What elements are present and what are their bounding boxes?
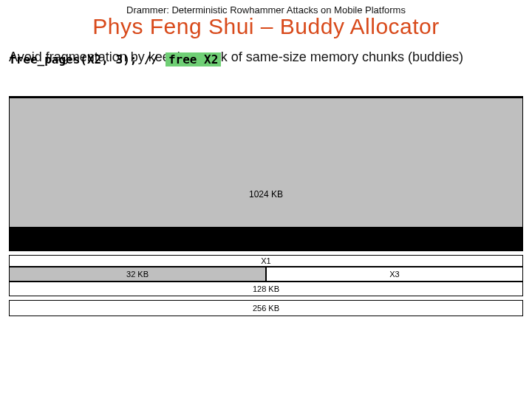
code-line: free_pages(X2, 3); // free X2 — [9, 52, 523, 66]
slide-title: Phys Feng Shui – Buddy Allocator — [0, 14, 532, 39]
row-32kb-x3: 32 KB X3 — [9, 267, 523, 282]
code-highlight: free X2 — [166, 52, 221, 66]
block-1024kb-label: 1024 KB — [9, 189, 523, 200]
block-32kb: 32 KB — [9, 267, 266, 282]
block-128kb: 128 KB — [9, 282, 523, 296]
block-256kb: 256 KB — [9, 300, 523, 316]
code-prefix: free_pages(X2, 3); // — [9, 52, 166, 66]
slide-source: Drammer: Deterministic Rowhammer Attacks… — [0, 0, 532, 16]
block-128kb-label: 128 KB — [10, 282, 522, 296]
block-1024kb — [9, 98, 523, 228]
block-x3: X3 — [266, 267, 523, 282]
block-x1: X1 — [9, 255, 523, 267]
